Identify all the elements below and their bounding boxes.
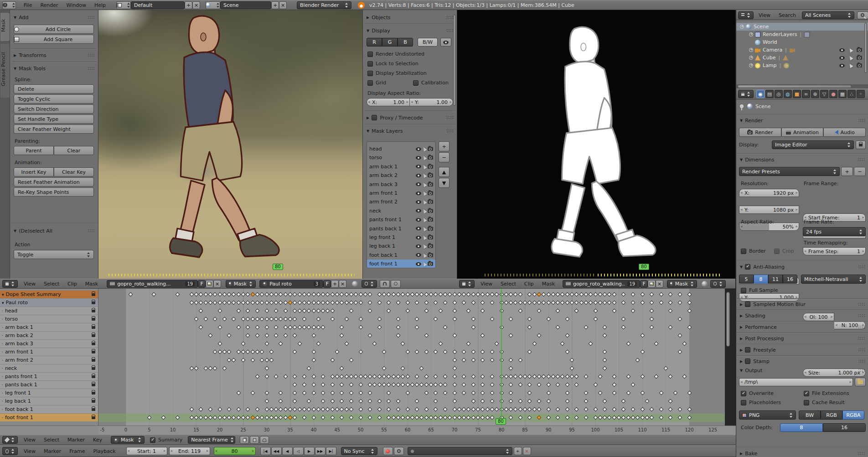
- calibration-checkbox[interactable]: [413, 80, 418, 86]
- keyframe[interactable]: [607, 415, 612, 420]
- keyframe[interactable]: [490, 399, 494, 404]
- display-stabilization-checkbox[interactable]: [367, 71, 373, 76]
- keyframe[interactable]: [194, 301, 199, 305]
- keyframe[interactable]: [232, 301, 236, 305]
- keyframe[interactable]: [255, 292, 259, 297]
- screen-layout-icon-button[interactable]: [116, 1, 131, 9]
- keyframe[interactable]: [462, 391, 466, 395]
- keyframe[interactable]: [302, 309, 306, 313]
- editor-type-button[interactable]: [738, 90, 754, 98]
- keyframe[interactable]: [241, 350, 246, 354]
- keyframe[interactable]: [504, 374, 508, 379]
- keyframe[interactable]: [664, 366, 668, 371]
- keyframe[interactable]: [509, 317, 513, 322]
- keyframe[interactable]: [659, 415, 663, 420]
- keyframe[interactable]: [293, 325, 297, 330]
- keyframe[interactable]: [387, 399, 391, 404]
- camera-icon[interactable]: [857, 63, 862, 68]
- keyframe[interactable]: [593, 301, 598, 305]
- clip-editor-viewport[interactable]: 80: [98, 10, 362, 279]
- keyframe[interactable]: [668, 415, 673, 420]
- keyframe[interactable]: [424, 391, 429, 395]
- current-frame-field[interactable]: 80: [214, 447, 256, 455]
- aspect-y-field[interactable]: Y:1.00: [410, 98, 453, 106]
- keyframe[interactable]: [330, 383, 335, 387]
- keyframe[interactable]: [311, 383, 316, 387]
- cursor-icon[interactable]: [422, 155, 427, 161]
- keyframe[interactable]: [668, 374, 673, 379]
- keyframe[interactable]: [480, 391, 485, 395]
- keyframe[interactable]: [603, 292, 607, 297]
- keyframe[interactable]: [227, 333, 232, 338]
- keyframe[interactable]: [537, 292, 541, 297]
- keyframe[interactable]: [452, 383, 457, 387]
- keyframe[interactable]: [677, 292, 682, 297]
- eye-icon[interactable]: [416, 156, 421, 160]
- channel-row-arm-front-2[interactable]: ·arm front 2: [0, 356, 98, 364]
- keyframe[interactable]: [471, 399, 475, 404]
- keyframe[interactable]: [382, 292, 387, 297]
- expand-icon[interactable]: ·: [2, 399, 3, 404]
- keyframe[interactable]: [222, 350, 227, 354]
- cursor-icon[interactable]: [422, 208, 427, 213]
- keyframe[interactable]: [194, 415, 199, 420]
- keyframe[interactable]: [368, 391, 372, 395]
- cursor-icon[interactable]: [422, 252, 427, 258]
- keyframe[interactable]: [302, 301, 306, 305]
- keyframe[interactable]: [630, 383, 635, 387]
- clip-unlink-button[interactable]: ×: [656, 280, 663, 288]
- keyframe[interactable]: [438, 342, 443, 346]
- cursor-icon[interactable]: [422, 261, 427, 267]
- keyframe[interactable]: [203, 301, 208, 305]
- tab-texture[interactable]: ▦: [838, 90, 847, 98]
- transport-button[interactable]: ◀◀: [271, 447, 282, 455]
- keyframe[interactable]: [222, 317, 227, 322]
- panel-deselect-header[interactable]: ▼(De)select All: [14, 226, 94, 235]
- keyframe[interactable]: [311, 350, 316, 354]
- menu-help[interactable]: Help: [90, 2, 110, 8]
- pin-icon[interactable]: [740, 104, 744, 108]
- expand-icon[interactable]: ·: [2, 342, 3, 346]
- keyframe[interactable]: [217, 301, 222, 305]
- keyframe[interactable]: [621, 317, 626, 322]
- keyframe[interactable]: [603, 415, 607, 420]
- keyframe[interactable]: [518, 399, 522, 404]
- keyframe[interactable]: [396, 374, 400, 379]
- keyframe[interactable]: [518, 383, 522, 387]
- keyframe[interactable]: [654, 342, 659, 346]
- keyframe[interactable]: [621, 407, 626, 412]
- keyframe[interactable]: [480, 407, 485, 412]
- keyframe[interactable]: [387, 391, 391, 395]
- eye-icon[interactable]: [416, 236, 421, 239]
- keyframe[interactable]: [363, 292, 367, 297]
- keyframe[interactable]: [630, 309, 635, 313]
- keyframe[interactable]: [509, 383, 513, 387]
- keyframe[interactable]: [321, 292, 326, 297]
- keyframe[interactable]: [227, 301, 232, 305]
- keyframe[interactable]: [687, 407, 692, 412]
- keyframe[interactable]: [574, 309, 579, 313]
- keyframe[interactable]: [509, 366, 513, 371]
- keyframe[interactable]: [307, 407, 311, 412]
- mask-overlay-eye-button[interactable]: [440, 38, 451, 47]
- maskview-menu-view[interactable]: View: [476, 281, 496, 287]
- keyframe[interactable]: [208, 407, 212, 412]
- keyframe[interactable]: [636, 415, 640, 420]
- clip-users-count[interactable]: 19: [185, 281, 195, 286]
- keyframe[interactable]: [523, 407, 527, 412]
- expand-icon[interactable]: [749, 48, 753, 52]
- keyframe[interactable]: [518, 292, 522, 297]
- keyframe[interactable]: [612, 309, 616, 313]
- clip-menu-mask[interactable]: Mask: [81, 281, 102, 287]
- keyframe[interactable]: [335, 292, 340, 297]
- keyframe[interactable]: [358, 301, 363, 305]
- keyframe[interactable]: [311, 292, 316, 297]
- keyframe[interactable]: [612, 391, 616, 395]
- keyframe[interactable]: [391, 374, 396, 379]
- keyframe[interactable]: [297, 342, 302, 346]
- panel-dimensions-header[interactable]: ▼Dimensions: [740, 155, 865, 164]
- tab-object[interactable]: ■: [793, 90, 801, 98]
- keyframe[interactable]: [279, 317, 283, 322]
- keyframe[interactable]: [490, 317, 494, 322]
- keyframe[interactable]: [560, 292, 565, 297]
